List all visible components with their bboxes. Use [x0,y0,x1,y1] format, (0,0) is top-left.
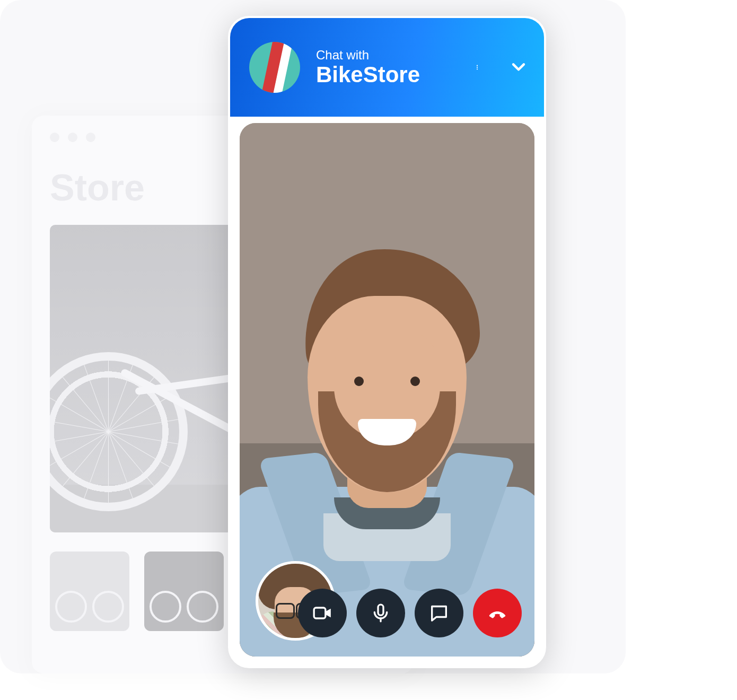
svg-rect-4 [378,605,383,615]
product-thumbnail[interactable] [144,552,224,631]
remote-video [240,123,534,657]
chat-title-block: Chat with BikeStore [316,48,466,87]
toggle-mic-button[interactable] [356,589,405,637]
chat-header: Chat with BikeStore [230,18,544,117]
chat-icon [428,602,450,624]
svg-point-2 [477,68,478,69]
more-options-button[interactable] [466,56,489,79]
svg-rect-3 [314,608,326,618]
traffic-dot [50,133,59,142]
svg-point-1 [477,67,478,68]
chat-title: BikeStore [316,63,466,87]
toggle-video-button[interactable] [298,589,347,637]
mic-icon [370,602,391,624]
product-thumbnail[interactable] [50,552,129,631]
chat-widget: Chat with BikeStore [228,16,546,668]
store-avatar[interactable] [249,42,300,93]
minimize-button[interactable] [507,56,530,79]
chevron-down-icon [510,58,528,76]
chat-subtitle: Chat with [316,48,466,63]
traffic-dot [68,133,77,142]
more-vertical-icon [475,58,480,77]
open-chat-button[interactable] [415,589,463,637]
call-controls [298,589,522,637]
hangup-icon [487,602,508,624]
hangup-button[interactable] [473,589,522,637]
traffic-dot [86,133,95,142]
svg-point-0 [477,65,478,66]
bike-wheel [50,352,188,511]
video-icon [312,602,333,624]
